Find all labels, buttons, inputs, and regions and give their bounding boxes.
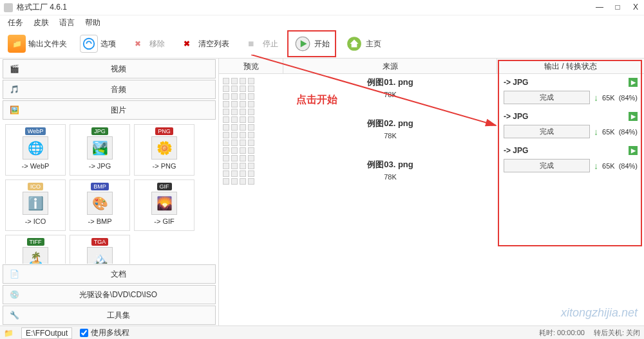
titlebar: 格式工厂 4.6.1 — □ X: [0, 0, 644, 15]
options-icon: [80, 35, 98, 53]
output-target: -> JPG▶: [504, 146, 638, 155]
format-name: -> JPG: [89, 162, 111, 170]
elapsed-time: 耗时: 00:00:00: [539, 328, 585, 338]
source-size: 78K: [283, 132, 497, 140]
status-button[interactable]: 完成: [504, 125, 590, 138]
clear-icon: ✖: [178, 35, 196, 53]
format-cell[interactable]: ICO ℹ️ -> ICO: [5, 179, 66, 231]
header-output: 输出 / 转换状态: [497, 59, 644, 73]
output-size: 65K: [602, 162, 615, 170]
format-cell[interactable]: PNG 🌼 -> PNG: [134, 124, 194, 176]
category-document[interactable]: 📄 文档: [3, 264, 216, 284]
format-name: -> WebP: [22, 162, 50, 170]
formats-grid: WebP 🌐 -> WebPJPG 🏞️ -> JPGPNG 🌼 -> PNGI…: [0, 120, 218, 264]
format-thumb: 🌄: [151, 192, 177, 215]
format-thumb: 🏝️: [23, 247, 48, 264]
folder-small-icon: 📁: [4, 329, 14, 338]
options-label: 选项: [100, 39, 116, 50]
remove-button[interactable]: ✖ 移除: [125, 33, 169, 55]
source-filename: 例图03. png: [283, 159, 497, 170]
format-badge: GIF: [157, 183, 172, 190]
document-icon: 📄: [8, 268, 20, 280]
output-item: -> JPG▶ 完成 ↓ 65K (84%): [504, 78, 638, 104]
format-cell[interactable]: GIF 🌄 -> GIF: [134, 179, 194, 231]
format-name: -> BMP: [88, 217, 112, 225]
preview-column: [219, 74, 283, 325]
home-button[interactable]: 主页: [341, 33, 385, 55]
format-thumb: 🎨: [87, 192, 113, 215]
arrow-down-icon: ↓: [594, 161, 598, 171]
multithread-input[interactable]: [80, 329, 88, 337]
stop-button[interactable]: ⏹ 停止: [238, 33, 282, 55]
format-badge: TIFF: [27, 238, 44, 246]
output-ratio: (84%): [619, 162, 638, 170]
minimize-button[interactable]: —: [595, 3, 604, 12]
source-size: 78K: [283, 173, 497, 181]
source-size: 78K: [283, 91, 497, 98]
category-video[interactable]: 🎬 视频: [3, 59, 216, 78]
multithread-checkbox[interactable]: 使用多线程: [80, 327, 129, 338]
format-cell[interactable]: BMP 🎨 -> BMP: [70, 179, 130, 231]
picture-icon: 🖼️: [8, 104, 20, 116]
source-item[interactable]: 例图02. png 78K: [283, 118, 497, 140]
remove-icon: ✖: [129, 35, 147, 53]
output-folder-button[interactable]: 📁 输出文件夹: [4, 33, 71, 55]
format-cell[interactable]: JPG 🏞️ -> JPG: [70, 124, 130, 176]
start-button[interactable]: 开始: [290, 33, 334, 55]
category-video-label: 视频: [26, 64, 210, 75]
statusbar: 📁 E:\FFOutput 使用多线程 耗时: 00:00:00 转后关机: 关…: [0, 325, 644, 339]
format-thumb: 🌼: [151, 136, 177, 160]
format-badge: PNG: [155, 127, 173, 135]
category-optical[interactable]: 💿 光驱设备\DVD\CD\ISO: [3, 285, 216, 304]
header-preview: 预览: [219, 59, 283, 73]
source-item[interactable]: 例图01. png 78K: [283, 77, 497, 98]
maximize-button[interactable]: □: [613, 3, 622, 12]
source-filename: 例图01. png: [283, 77, 497, 88]
output-ratio: (84%): [619, 94, 638, 102]
toolbar: 📁 输出文件夹 选项 ✖ 移除 ✖ 清空列表 ⏹ 停止 开始 主页: [0, 30, 644, 59]
source-item[interactable]: 例图03. png 78K: [283, 159, 497, 181]
status-extra: 转后关机: 关闭: [594, 328, 640, 338]
stop-icon: ⏹: [242, 35, 260, 53]
window-title: 格式工厂 4.6.1: [17, 2, 595, 13]
play-icon[interactable]: ▶: [629, 78, 638, 87]
menu-skin[interactable]: 皮肤: [30, 16, 53, 30]
format-badge: ICO: [28, 183, 43, 190]
arrow-down-icon: ↓: [594, 127, 598, 137]
menu-help[interactable]: 帮助: [81, 16, 104, 30]
remove-label: 移除: [149, 39, 165, 50]
output-path[interactable]: E:\FFOutput: [21, 327, 72, 339]
format-badge: TGA: [91, 238, 109, 246]
category-toolset[interactable]: 🔧 工具集: [3, 306, 216, 325]
menu-task[interactable]: 任务: [4, 16, 27, 30]
category-picture-label: 图片: [26, 105, 210, 116]
source-column: 例图01. png 78K例图02. png 78K例图03. png 78K: [283, 74, 497, 325]
format-cell[interactable]: TGA 🏔️ -> TGA: [70, 235, 130, 264]
format-badge: BMP: [91, 183, 109, 190]
source-filename: 例图02. png: [283, 118, 497, 129]
output-target: -> JPG▶: [504, 78, 638, 87]
format-thumb: 🏞️: [87, 136, 113, 160]
optical-icon: 💿: [8, 289, 20, 300]
close-button[interactable]: X: [631, 3, 640, 12]
play-icon[interactable]: ▶: [629, 112, 638, 121]
start-icon: [294, 35, 312, 53]
home-label: 主页: [366, 39, 381, 50]
menu-language[interactable]: 语言: [55, 16, 79, 30]
format-cell[interactable]: WebP 🌐 -> WebP: [5, 124, 66, 176]
play-icon[interactable]: ▶: [629, 146, 638, 155]
output-ratio: (84%): [619, 128, 638, 136]
options-button[interactable]: 选项: [76, 33, 120, 55]
content-area: 预览 来源 输出 / 转换状态 例图01. png 78K例图02. png 7…: [219, 59, 644, 325]
header-source: 来源: [283, 59, 497, 73]
format-badge: WebP: [25, 127, 46, 135]
output-folder-label: 输出文件夹: [28, 39, 67, 50]
format-cell[interactable]: TIFF 🏝️ -> TIF: [5, 235, 66, 264]
category-audio[interactable]: 🎵 音频: [3, 80, 216, 99]
format-name: -> ICO: [25, 217, 46, 225]
clear-list-button[interactable]: ✖ 清空列表: [174, 33, 233, 55]
status-button[interactable]: 完成: [504, 159, 590, 172]
category-picture[interactable]: 🖼️ 图片: [3, 100, 216, 120]
status-button[interactable]: 完成: [504, 91, 590, 104]
sidebar: 🎬 视频 🎵 音频 🖼️ 图片 WebP 🌐 -> WebPJPG 🏞️ -> …: [0, 59, 219, 325]
